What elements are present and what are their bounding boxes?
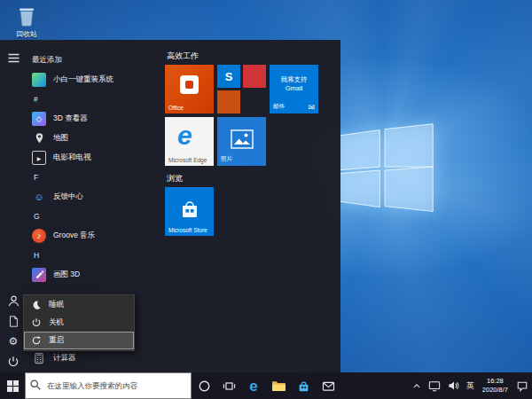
clock-time: 16:28 xyxy=(482,377,508,386)
xiaobai-app-icon xyxy=(32,73,46,87)
volume-button[interactable] xyxy=(444,372,463,399)
start-menu: ⚙ 最近添加 小白一键重装系统 # ◇ 3D 查看器 xyxy=(0,40,340,372)
hamburger-icon xyxy=(8,53,20,63)
speaker-icon xyxy=(448,380,459,391)
3d-viewer-icon: ◇ xyxy=(32,112,46,126)
gear-icon: ⚙ xyxy=(9,336,19,347)
desktop: 回收站 ⚙ xyxy=(0,0,532,399)
action-center-button[interactable] xyxy=(512,372,532,399)
app-item-xiaobai[interactable]: 小白一键重装系统 xyxy=(27,70,161,90)
app-list-header-h[interactable]: H xyxy=(27,246,161,265)
office-logo-icon xyxy=(180,75,199,94)
power-icon xyxy=(7,356,20,368)
app-list-header-recent[interactable]: 最近添加 xyxy=(27,51,161,70)
search-input[interactable] xyxy=(25,372,192,399)
calculator-icon xyxy=(32,351,46,365)
store-bag-icon xyxy=(297,379,310,393)
ime-indicator[interactable]: 英 xyxy=(463,372,478,399)
store-taskbar-button[interactable] xyxy=(291,372,316,399)
clock[interactable]: 16:28 2020/8/7 xyxy=(478,377,512,395)
store-bag-icon xyxy=(179,199,200,220)
windows-logo-wallpaper xyxy=(335,121,438,220)
tile-small-orange[interactable] xyxy=(217,90,240,113)
groove-music-icon: ♪ xyxy=(32,229,46,243)
mail-live-tile-text: 我将支持 Gmail xyxy=(273,75,315,93)
mail-taskbar-button[interactable] xyxy=(316,372,340,399)
search-icon xyxy=(29,379,42,391)
edge-icon: e xyxy=(249,379,257,394)
action-center-icon xyxy=(516,380,528,392)
app-item-groove-music[interactable]: ♪ Groove 音乐 xyxy=(27,226,161,246)
taskbar-search xyxy=(25,372,192,399)
photos-icon xyxy=(231,129,254,149)
restart-icon xyxy=(31,335,42,346)
system-tray: 英 16:28 2020/8/7 xyxy=(409,372,532,399)
sleep-moon-icon xyxy=(31,300,42,310)
paint-3d-icon xyxy=(32,268,46,282)
movies-tv-icon: ▶ xyxy=(32,151,46,165)
maps-pin-icon xyxy=(32,131,46,145)
recycle-bin-label: 回收站 xyxy=(7,29,46,39)
tile-group-explore[interactable]: 浏览 xyxy=(167,173,183,184)
tile-office[interactable]: Office xyxy=(165,65,214,113)
file-explorer-button[interactable] xyxy=(266,372,291,399)
app-item-3d-viewer[interactable]: ◇ 3D 查看器 xyxy=(27,109,161,129)
power-menu-sleep[interactable]: 睡眠 xyxy=(24,296,134,314)
user-icon xyxy=(7,294,20,308)
tile-skype[interactable]: S xyxy=(217,65,240,88)
tile-photos[interactable]: 照片 xyxy=(217,117,266,166)
feedback-hub-icon: ☺ xyxy=(32,190,46,204)
power-flyout-menu: 睡眠 关机 重启 xyxy=(23,294,135,351)
clock-date: 2020/8/7 xyxy=(482,386,508,395)
edge-taskbar-button[interactable]: e xyxy=(241,372,266,399)
app-item-feedback-hub[interactable]: ☺ 反馈中心 xyxy=(27,187,161,207)
app-item-calculator[interactable]: 计算器 xyxy=(27,348,161,368)
expand-menu-button[interactable] xyxy=(0,47,27,68)
power-menu-restart[interactable]: 重启 xyxy=(24,332,134,349)
edge-icon: e xyxy=(177,122,192,149)
app-item-movies-tv[interactable]: ▶ 电影和电视 xyxy=(27,148,161,168)
network-button[interactable] xyxy=(425,372,444,399)
recycle-bin-icon[interactable]: 回收站 xyxy=(7,5,46,39)
tile-microsoft-store[interactable]: Microsoft Store xyxy=(165,187,214,236)
windows-start-icon xyxy=(7,380,19,392)
document-icon xyxy=(7,315,20,328)
folder-icon xyxy=(271,379,286,392)
skype-icon: S xyxy=(225,70,233,83)
cortana-button[interactable] xyxy=(192,372,216,399)
task-view-button[interactable] xyxy=(216,372,241,399)
app-list-header-f[interactable]: F xyxy=(27,168,161,187)
power-button[interactable] xyxy=(0,351,27,372)
mail-envelope-icon xyxy=(322,380,335,392)
power-menu-shutdown[interactable]: 关机 xyxy=(24,314,134,332)
network-ethernet-icon xyxy=(428,380,441,392)
app-item-maps[interactable]: 地图 xyxy=(27,129,161,148)
mail-envelope-icon: ✉ xyxy=(308,103,315,112)
cortana-circle-icon xyxy=(198,379,211,393)
chevron-up-icon xyxy=(412,382,421,389)
trash-can-icon xyxy=(16,5,37,28)
tile-small-red[interactable] xyxy=(243,65,266,88)
tile-area: 高效工作 Office S 我将支持 Gmail 邮件 ✉ e Microsof… xyxy=(161,40,340,372)
shutdown-power-icon xyxy=(31,317,42,328)
start-button[interactable] xyxy=(0,372,25,399)
app-list-header-g[interactable]: G xyxy=(27,207,161,226)
tile-group-productivity[interactable]: 高效工作 xyxy=(167,51,199,62)
tray-expand-button[interactable] xyxy=(409,372,425,399)
app-item-paint-3d[interactable]: 画图 3D xyxy=(27,265,161,285)
app-list-header-hash[interactable]: # xyxy=(27,90,161,109)
task-view-icon xyxy=(223,380,236,392)
tile-mail[interactable]: 我将支持 Gmail 邮件 ✉ xyxy=(270,65,318,113)
taskbar: e xyxy=(0,372,532,399)
tile-edge[interactable]: e Microsoft Edge xyxy=(165,117,214,166)
